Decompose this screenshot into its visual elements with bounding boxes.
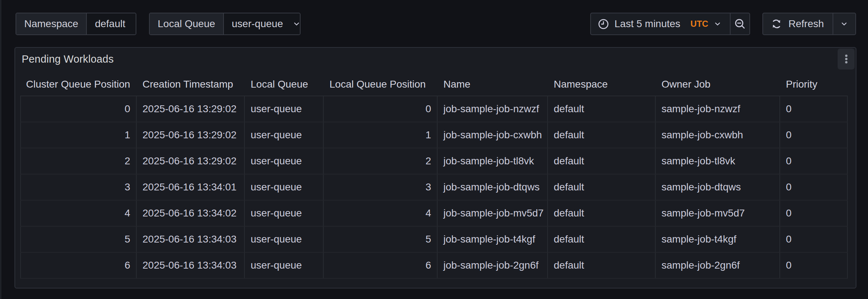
table-cell: default (548, 201, 656, 226)
table-cell: 2 (20, 148, 137, 174)
table-cell: job-sample-job-tl8vk (438, 148, 548, 174)
column-header[interactable]: Creation Timestamp (137, 73, 245, 96)
table-cell: 0 (324, 96, 438, 122)
variable-namespace: Namespace default (16, 13, 136, 35)
table-row: 52025-06-16 13:34:03user-queue5job-sampl… (20, 227, 848, 253)
table-cell: 4 (20, 201, 137, 226)
table-cell: 2025-06-16 13:29:02 (137, 96, 245, 122)
refresh-interval-dropdown[interactable] (833, 13, 855, 34)
column-header[interactable]: Local Queue (245, 73, 324, 96)
variable-local-queue-label: Local Queue (150, 13, 224, 34)
table-cell: 2025-06-16 13:34:03 (137, 253, 245, 278)
table-cell: 6 (324, 253, 438, 278)
pending-workloads-table: Cluster Queue PositionCreation Timestamp… (20, 73, 848, 279)
table-cell: 0 (780, 96, 848, 122)
table-row: 12025-06-16 13:29:02user-queue1job-sampl… (20, 122, 848, 148)
table-cell: 5 (324, 227, 438, 252)
table-cell: user-queue (245, 122, 324, 148)
table-cell: 0 (780, 174, 848, 200)
table-cell: 2025-06-16 13:29:02 (137, 122, 245, 148)
time-range-button[interactable]: Last 5 minutes UTC (591, 13, 730, 34)
sync-icon (770, 18, 783, 30)
grafana-dashboard: Namespace default Local Queue user-queue… (0, 0, 868, 299)
table-cell: user-queue (245, 96, 324, 122)
table-cell: job-sample-job-cxwbh (438, 122, 548, 148)
table-cell: 2025-06-16 13:34:02 (137, 201, 245, 226)
table-cell: 2025-06-16 13:34:01 (137, 174, 245, 200)
chevron-down-icon (292, 20, 301, 28)
table-cell: default (548, 253, 656, 278)
chevron-down-icon (713, 20, 722, 28)
table-cell: 3 (20, 174, 137, 200)
table-cell: 0 (780, 122, 848, 148)
table-row: 02025-06-16 13:29:02user-queue0job-sampl… (20, 96, 848, 122)
table-header-row: Cluster Queue PositionCreation Timestamp… (20, 73, 848, 96)
table-row: 42025-06-16 13:34:02user-queue4job-sampl… (20, 201, 848, 227)
clock-icon (597, 18, 609, 30)
magnifier-minus-icon (734, 18, 746, 30)
table-cell: user-queue (245, 253, 324, 278)
table-cell: 1 (20, 122, 137, 148)
table-row: 62025-06-16 13:34:03user-queue6job-sampl… (20, 253, 848, 279)
table-cell: 0 (780, 227, 848, 252)
table-cell: default (548, 174, 656, 200)
table-cell: job-sample-job-2gn6f (438, 253, 548, 278)
table-cell: user-queue (245, 148, 324, 174)
table-cell: 0 (780, 148, 848, 174)
pending-workloads-panel: Pending Workloads Cluster Queue Position… (14, 47, 856, 289)
table-cell: 4 (324, 201, 438, 226)
table-cell: 2025-06-16 13:29:02 (137, 148, 245, 174)
table-cell: sample-job-t4kgf (656, 227, 780, 252)
table-cell: 2025-06-16 13:34:03 (137, 227, 245, 252)
panel-header[interactable]: Pending Workloads (15, 48, 856, 70)
variable-local-queue: Local Queue user-queue (149, 13, 301, 35)
table-cell: default (548, 122, 656, 148)
table-cell: sample-job-dtqws (656, 174, 780, 200)
column-header[interactable]: Namespace (548, 73, 656, 96)
table-cell: user-queue (245, 227, 324, 252)
chevron-down-icon (840, 20, 848, 28)
table-cell: job-sample-job-mv5d7 (438, 201, 548, 226)
time-range-label: Last 5 minutes (614, 18, 680, 30)
variable-local-queue-select[interactable]: user-queue (224, 13, 301, 34)
table-cell: sample-job-cxwbh (656, 122, 780, 148)
table-row: 22025-06-16 13:29:02user-queue2job-sampl… (20, 148, 848, 174)
table-cell: 6 (20, 253, 137, 278)
table-cell: 5 (20, 227, 137, 252)
table-cell: default (548, 227, 656, 252)
variable-local-queue-value: user-queue (232, 18, 283, 30)
column-header[interactable]: Local Queue Position (324, 73, 438, 96)
table-cell: default (548, 96, 656, 122)
refresh-label: Refresh (788, 18, 824, 30)
table-cell: sample-job-2gn6f (656, 253, 780, 278)
table-cell: 0 (780, 253, 848, 278)
timezone-badge: UTC (690, 19, 708, 29)
table-cell: job-sample-job-nzwzf (438, 96, 548, 122)
table-cell: job-sample-job-dtqws (438, 174, 548, 200)
table-cell: job-sample-job-t4kgf (438, 227, 548, 252)
panel-title: Pending Workloads (22, 53, 114, 65)
chevron-down-icon (135, 20, 136, 28)
table-cell: 3 (324, 174, 438, 200)
table-cell: sample-job-tl8vk (656, 148, 780, 174)
table-cell: 0 (780, 201, 848, 226)
table-cell: user-queue (245, 174, 324, 200)
table-cell: 1 (324, 122, 438, 148)
column-header[interactable]: Priority (780, 73, 848, 96)
table-cell: user-queue (245, 201, 324, 226)
viewport-left-edge (0, 0, 1, 299)
variable-namespace-value: default (95, 18, 125, 30)
kebab-vertical-icon (840, 53, 852, 65)
column-header[interactable]: Cluster Queue Position (20, 73, 137, 96)
refresh-button[interactable]: Refresh (763, 13, 833, 34)
table-body: 02025-06-16 13:29:02user-queue0job-sampl… (20, 96, 848, 279)
refresh-group: Refresh (762, 13, 856, 35)
column-header[interactable]: Owner Job (656, 73, 780, 96)
zoom-out-button[interactable] (731, 13, 749, 34)
table-cell: 2 (324, 148, 438, 174)
column-header[interactable]: Name (438, 73, 548, 96)
table-cell: sample-job-mv5d7 (656, 201, 780, 226)
variable-namespace-select[interactable]: default (87, 13, 136, 34)
panel-menu-button[interactable] (838, 49, 855, 70)
time-picker-group: Last 5 minutes UTC (590, 13, 750, 35)
